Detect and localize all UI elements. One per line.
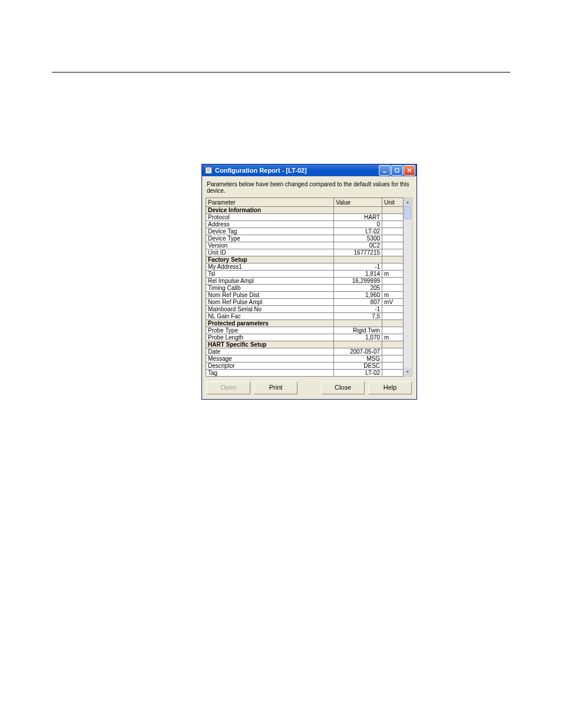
table-row[interactable]: Device TagLT-02 [206,228,404,235]
cell-parameter: Device Tag [206,228,334,235]
section-value-blank [334,207,382,214]
section-title: HART Specific Setup [206,341,334,348]
cell-unit [382,327,404,334]
minimize-button[interactable] [379,165,391,176]
cell-parameter: Tag [206,370,334,377]
scroll-up-arrow[interactable]: ▴ [404,198,412,206]
cell-value: -1 [334,306,382,313]
cell-unit [382,278,404,285]
window-title: Configuration Report - [LT-02] [215,167,379,174]
cell-value: 7,5 [334,313,382,320]
table-row[interactable]: Address0 [206,221,404,228]
section-header: Device Information [206,207,404,214]
cell-unit [382,313,404,320]
section-header: Factory Setup [206,256,404,263]
header-unit[interactable]: Unit [382,198,404,207]
cell-unit: m [382,292,404,299]
cell-unit [382,242,404,249]
cell-value: Rigid Twin [334,327,382,334]
section-value-blank [334,256,382,263]
table-row[interactable]: Tsl1,814m [206,271,404,278]
button-row: Open Print Close Help [206,377,413,396]
svg-rect-5 [395,169,399,172]
svg-rect-1 [207,169,210,169]
section-header: Protected parameters [206,320,404,327]
cell-parameter: Tsl [206,271,334,278]
table-row[interactable]: Unit ID16777215 [206,249,404,256]
section-unit-blank [382,256,404,263]
section-unit-blank [382,341,404,348]
scroll-thumb[interactable] [404,206,411,219]
header-value[interactable]: Value [334,198,382,207]
grid-wrap: Parameter Value Unit Device InformationP… [206,197,413,377]
cell-parameter: Timing Calib [206,285,334,292]
cell-unit [382,214,404,221]
svg-rect-2 [207,170,210,170]
close-button[interactable] [404,165,415,176]
cell-parameter: NL Gain Fac [206,313,334,320]
cell-parameter: Unit ID [206,249,334,256]
print-button[interactable]: Print [254,381,297,394]
table-row[interactable]: Probe TypeRigid Twin [206,327,404,334]
maximize-button[interactable] [391,165,403,176]
cell-parameter: Protocol [206,214,334,221]
table-row[interactable]: Version0C2 [206,242,404,249]
table-row[interactable]: Nom Ref Pulse Dist1,960m [206,292,404,299]
cell-value: 0 [334,221,382,228]
cell-parameter: Nom Ref Pulse Dist [206,292,334,299]
header-parameter[interactable]: Parameter [206,198,334,207]
table-row[interactable]: TagLT-02 [206,370,404,377]
cell-value: 5300 [334,235,382,242]
table-row[interactable]: Date2007-05-07 [206,348,404,355]
cell-unit: m [382,271,404,278]
cell-unit [382,228,404,235]
cell-value: HART [334,214,382,221]
close-dialog-button[interactable]: Close [321,381,365,394]
cell-value: 1,814 [334,271,382,278]
cell-value: 807 [334,299,382,306]
cell-unit [382,249,404,256]
cell-value: LT-02 [334,370,382,377]
cell-unit: mV [382,299,404,306]
section-title: Factory Setup [206,256,334,263]
section-unit-blank [382,320,404,327]
table-row[interactable]: NL Gain Fac7,5 [206,313,404,320]
scroll-down-arrow[interactable]: ▾ [404,368,412,376]
cell-parameter: Probe Length [206,334,334,341]
cell-parameter: Nom Ref Pulse Ampl [206,299,334,306]
cell-unit [382,363,404,370]
table-row[interactable]: My Address1-1 [206,263,404,271]
table-row[interactable]: Device Type5300 [206,235,404,242]
table-row[interactable]: Mainboard Serial No-1 [206,306,404,313]
cell-unit [382,285,404,292]
section-value-blank [334,320,382,327]
cell-value: 0C2 [334,242,382,249]
cell-parameter: Mainboard Serial No [206,306,334,313]
section-title: Device Information [206,207,334,214]
table-row[interactable]: MessageMSG [206,355,404,363]
titlebar[interactable]: Configuration Report - [LT-02] [202,164,416,176]
open-button[interactable]: Open [207,381,250,394]
table-row[interactable]: ProtocolHART [206,214,404,221]
cell-value: 1,070 [334,334,382,341]
table-row[interactable]: DescriptorDESC [206,363,404,370]
help-button[interactable]: Help [368,381,412,394]
table-row[interactable]: Rel Impulse Ampl16,299999 [206,278,404,285]
cell-unit [382,348,404,355]
cell-unit [382,263,404,271]
table-row[interactable]: Timing Calib205 [206,285,404,292]
vertical-scrollbar[interactable]: ▴ ▾ [404,197,412,377]
info-text: Parameters below have been changed compa… [206,180,413,197]
cell-parameter: Address [206,221,334,228]
section-unit-blank [382,207,404,214]
section-value-blank [334,341,382,348]
cell-parameter: Message [206,355,334,363]
svg-rect-3 [207,171,210,172]
table-row[interactable]: Nom Ref Pulse Ampl807mV [206,299,404,306]
cell-unit [382,355,404,363]
cell-value: 2007-05-07 [334,348,382,355]
cell-value: 205 [334,285,382,292]
cell-parameter: Device Type [206,235,334,242]
section-title: Protected parameters [206,320,334,327]
table-row[interactable]: Probe Length1,070m [206,334,404,341]
